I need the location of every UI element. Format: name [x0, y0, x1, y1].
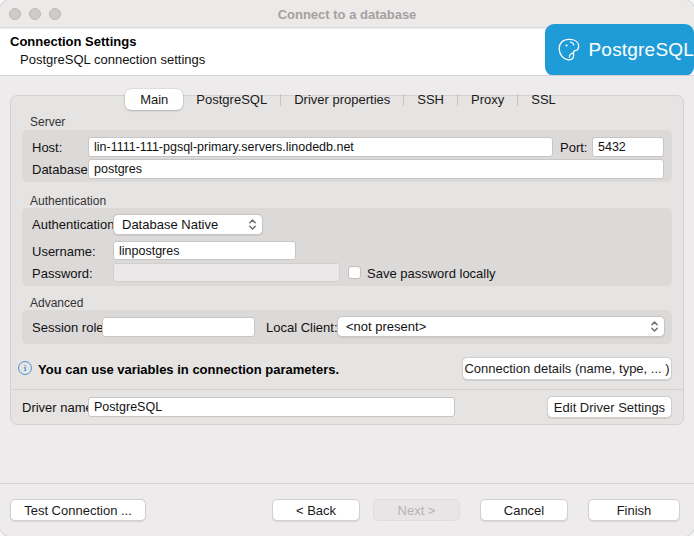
next-button: Next > — [373, 499, 460, 521]
driver-name-label: Driver name: — [22, 400, 96, 415]
authentication-select[interactable]: Database Native — [113, 214, 263, 235]
advanced-group-label: Advanced — [30, 296, 83, 310]
database-input[interactable] — [88, 159, 664, 179]
password-label: Password: — [32, 266, 93, 281]
back-button[interactable]: < Back — [272, 499, 360, 521]
postgresql-banner: PostgreSQL — [545, 24, 694, 76]
test-connection-button[interactable]: Test Connection ... — [10, 499, 146, 521]
tab-main[interactable]: Main — [125, 89, 183, 110]
header-divider — [0, 75, 694, 76]
port-input[interactable] — [592, 137, 664, 157]
host-input[interactable] — [88, 137, 553, 157]
tab-ssh[interactable]: SSH — [404, 89, 457, 110]
server-group-label: Server — [30, 115, 65, 129]
password-input[interactable] — [113, 263, 340, 282]
page-subtitle: PostgreSQL connection settings — [20, 52, 205, 67]
port-label: Port: — [560, 140, 587, 155]
cancel-button[interactable]: Cancel — [480, 499, 568, 521]
chevron-up-down-icon — [650, 320, 659, 333]
session-role-label: Session role: — [32, 320, 107, 335]
info-icon: i — [18, 361, 32, 375]
local-client-label: Local Client: — [266, 320, 338, 335]
driver-name-input[interactable] — [88, 397, 455, 417]
tab-postgresql[interactable]: PostgreSQL — [183, 89, 280, 110]
authentication-selected-value: Database Native — [122, 217, 242, 232]
window-title: Connect to a database — [0, 7, 694, 22]
tab-ssl[interactable]: SSL — [518, 89, 569, 110]
username-input[interactable] — [113, 241, 296, 260]
save-password-label: Save password locally — [367, 266, 496, 281]
brand-label: PostgreSQL — [589, 39, 694, 61]
authentication-group-label: Authentication — [30, 194, 106, 208]
panel-divider — [11, 389, 683, 390]
info-message: You can use variables in connection para… — [38, 362, 339, 377]
page-title: Connection Settings — [10, 34, 136, 49]
chevron-up-down-icon — [248, 218, 257, 231]
authentication-label: Authentication: — [32, 217, 118, 232]
tab-bar: Main PostgreSQL Driver properties SSH Pr… — [0, 89, 694, 110]
postgresql-elephant-icon — [556, 32, 582, 68]
database-label: Database: — [32, 162, 91, 177]
local-client-select[interactable]: <not present> — [337, 316, 665, 337]
session-role-input[interactable] — [102, 317, 255, 337]
edit-driver-settings-button[interactable]: Edit Driver Settings — [547, 396, 672, 418]
save-password-checkbox[interactable] — [348, 266, 361, 279]
tab-proxy[interactable]: Proxy — [458, 89, 517, 110]
local-client-selected-value: <not present> — [346, 319, 644, 334]
finish-button[interactable]: Finish — [588, 499, 680, 521]
connect-dialog: Connect to a database Connection Setting… — [0, 0, 694, 536]
tab-driver-properties[interactable]: Driver properties — [281, 89, 403, 110]
username-label: Username: — [32, 244, 96, 259]
connection-details-button[interactable]: Connection details (name, type, ... ) — [462, 357, 672, 380]
host-label: Host: — [32, 140, 62, 155]
